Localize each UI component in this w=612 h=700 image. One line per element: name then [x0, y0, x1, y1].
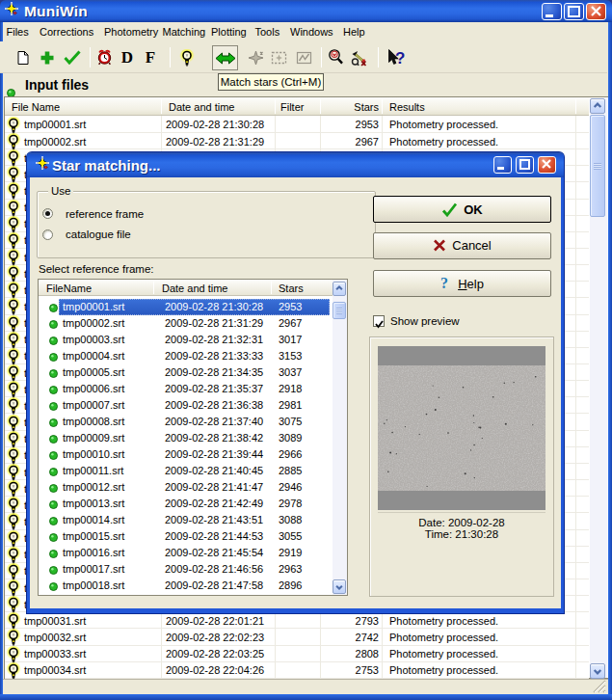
svg-text:?: ?	[440, 276, 448, 291]
svg-text:?: ?	[395, 49, 405, 67]
